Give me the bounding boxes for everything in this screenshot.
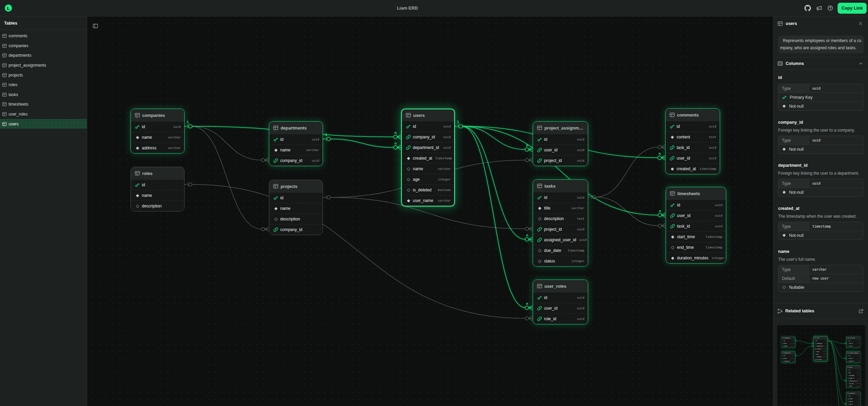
table-node-comments[interactable]: commentsiduuidcontenttexttask_iduuiduser… (665, 108, 720, 174)
sidebar-item-companies[interactable]: companies (0, 41, 87, 51)
table-node-project_assignments[interactable]: project_assignmentsiduuiduser_iduuidproj… (533, 121, 588, 166)
column-row-companies-address[interactable]: addressvarchar (781, 345, 795, 348)
column-row-departments-company_id[interactable]: company_iduuid (781, 360, 795, 363)
column-row-project_assignments-project_id[interactable]: project_iduuid (533, 155, 588, 166)
table-node-tasks[interactable]: tasksiduuidtitlevarchardescriptiontextpr… (533, 179, 588, 267)
column-row-departments-name[interactable]: namevarchar (781, 357, 795, 360)
column-row-users-age[interactable]: ageinteger (814, 353, 827, 355)
column-row-tasks-id[interactable]: iduuid (533, 192, 588, 203)
announcements-button[interactable] (814, 3, 824, 13)
table-description-field[interactable]: Represents employees or members of a com… (778, 36, 864, 53)
column-row-user_roles-user_id[interactable]: user_iduuid (846, 342, 860, 345)
column-row-project_assignments-id[interactable]: iduuid (533, 134, 588, 145)
column-row-comments-task_id[interactable]: task_iduuid (666, 142, 720, 153)
liam-logo[interactable]: Ł (5, 4, 12, 12)
column-row-project_assignments-user_id[interactable]: user_iduuid (846, 357, 860, 360)
column-row-timesheets-start_time[interactable]: start_timetimestamp (666, 231, 726, 242)
column-row-user_roles-id[interactable]: iduuid (533, 292, 588, 303)
close-panel-button[interactable] (856, 19, 865, 28)
table-node-departments[interactable]: departmentsiduuidnamevarcharcompany_iduu… (269, 121, 323, 166)
table-node-projects[interactable]: projectsidnamedescriptioncompany_id (269, 180, 323, 235)
github-button[interactable] (803, 3, 812, 13)
column-row-tasks-description[interactable]: descriptiontext (533, 213, 588, 224)
column-row-project_assignments-id[interactable]: iduuid (846, 354, 860, 357)
column-row-companies-name[interactable]: namevarchar (781, 342, 795, 345)
open-related-diagram-button[interactable] (857, 307, 865, 315)
table-node-user_roles[interactable]: user_rolesiduuiduser_iduuidrole_iduuid (846, 336, 860, 348)
column-row-users-is_deleted[interactable]: is_deletedboolean (814, 355, 827, 358)
column-row-users-id[interactable]: iduuid (814, 339, 827, 342)
column-row-comments-id[interactable]: iduuid (846, 395, 860, 397)
column-row-roles-id[interactable]: id (131, 179, 184, 190)
column-row-projects-name[interactable]: name (269, 203, 323, 214)
column-row-users-department_id[interactable]: department_iduuid (814, 345, 827, 348)
column-row-comments-user_id[interactable]: user_iduuid (666, 153, 720, 163)
column-row-tasks-status[interactable]: statusinteger (846, 385, 860, 388)
table-node-companies[interactable]: companiesiduuidnamevarcharaddressvarchar (131, 109, 185, 153)
column-row-users-user_name[interactable]: user_namevarchar (814, 358, 827, 361)
column-row-user_roles-role_id[interactable]: role_iduuid (533, 313, 588, 324)
column-row-departments-id[interactable]: iduuid (781, 354, 795, 357)
column-row-departments-company_id[interactable]: company_iduuid (269, 155, 323, 166)
column-row-users-name[interactable]: namevarchar (814, 350, 827, 353)
table-node-departments[interactable]: departmentsiduuidnamevarcharcompany_iduu… (781, 351, 795, 363)
sidebar-item-project_assignments[interactable]: project_assignments (0, 60, 87, 70)
column-row-tasks-title[interactable]: titlevarchar (533, 203, 588, 213)
table-node-users[interactable]: usersiduuidcompany_iduuiddepartment_iduu… (814, 336, 827, 361)
column-row-tasks-id[interactable]: iduuid (846, 369, 860, 371)
column-row-users-created_at[interactable]: created_attimestamp (402, 153, 454, 163)
column-row-users-created_at[interactable]: created_attimestamp (814, 348, 827, 350)
column-row-users-company_id[interactable]: company_iduuid (814, 342, 827, 345)
column-row-projects-description[interactable]: description (269, 214, 323, 224)
column-row-timesheets-end_time[interactable]: end_timetimestamp (666, 242, 726, 253)
column-row-tasks-due_date[interactable]: due_datetimestamp (533, 245, 588, 256)
column-row-users-age[interactable]: ageinteger (402, 174, 454, 185)
column-row-timesheets-task_id[interactable]: task_iduuid (666, 221, 726, 231)
sidebar-item-roles[interactable]: roles (0, 80, 87, 90)
column-row-tasks-status[interactable]: statusinteger (533, 256, 588, 266)
column-row-tasks-description[interactable]: descriptiontext (846, 374, 860, 377)
column-row-user_roles-user_id[interactable]: user_iduuid (533, 303, 588, 313)
column-row-user_roles-id[interactable]: iduuid (846, 339, 860, 342)
sidebar-item-user_roles[interactable]: user_roles (0, 109, 87, 119)
collapse-columns-button[interactable] (857, 60, 865, 67)
column-row-tasks-due_date[interactable]: due_datetimestamp (846, 382, 860, 385)
table-node-project_assignments[interactable]: project_assignmentsiduuiduser_iduuidproj… (846, 351, 860, 363)
column-row-tasks-assigned_user_id[interactable]: assigned_user_iduuid (533, 234, 588, 245)
sidebar-item-departments[interactable]: departments (0, 51, 87, 60)
column-row-departments-name[interactable]: namevarchar (269, 145, 323, 155)
column-row-tasks-assigned_user_id[interactable]: assigned_user_iduuid (846, 380, 860, 382)
sidebar-item-projects[interactable]: projects (0, 70, 87, 80)
table-node-tasks[interactable]: tasksiduuidtitlevarchardescriptiontextpr… (846, 366, 860, 388)
column-row-departments-id[interactable]: iduuid (269, 134, 323, 145)
column-row-tasks-project_id[interactable]: project_iduuid (846, 377, 860, 380)
help-button[interactable] (825, 3, 835, 13)
column-row-comments-id[interactable]: iduuid (666, 121, 720, 132)
column-row-timesheets-user_id[interactable]: user_iduuid (666, 210, 726, 221)
sidebar-item-timesheets[interactable]: timesheets (0, 99, 87, 109)
column-row-users-user_name[interactable]: user_namevarchar (402, 195, 454, 206)
column-row-companies-name[interactable]: namevarchar (131, 132, 184, 143)
column-row-users-company_id[interactable]: company_iduuid (402, 132, 454, 142)
erd-canvas[interactable]: nnnnnnn111 companiesiduuidnamevarcharadd… (87, 16, 773, 406)
sidebar-item-tasks[interactable]: tasks (0, 90, 87, 100)
column-row-timesheets-id[interactable]: iduuid (666, 200, 726, 210)
column-row-project_assignments-user_id[interactable]: user_iduuid (533, 145, 588, 155)
column-row-companies-id[interactable]: iduuid (781, 339, 795, 342)
table-node-timesheets[interactable]: timesheetsiduuiduser_iduuidtask_iduuidst… (666, 187, 726, 263)
column-row-comments-content[interactable]: contenttext (846, 397, 860, 400)
column-row-companies-address[interactable]: addressvarchar (131, 143, 184, 153)
table-node-comments[interactable]: commentsiduuidcontenttexttask_iduuiduser… (846, 392, 860, 406)
copy-link-button[interactable]: Copy Link (838, 3, 867, 14)
column-row-tasks-title[interactable]: titlevarchar (846, 371, 860, 374)
column-row-project_assignments-project_id[interactable]: project_iduuid (846, 360, 860, 363)
column-row-projects-id[interactable]: id (269, 192, 323, 203)
column-row-comments-task_id[interactable]: task_iduuid (846, 400, 860, 403)
toggle-sidebar-button[interactable] (91, 21, 100, 31)
related-tables-minimap[interactable]: nnnnnnn111 companiesiduuidnamevarcharadd… (777, 325, 865, 406)
column-row-users-department_id[interactable]: department_iduuid (402, 142, 454, 153)
column-row-comments-content[interactable]: contenttext (666, 132, 720, 142)
table-node-roles[interactable]: rolesidnamedescription (131, 167, 185, 212)
column-row-companies-id[interactable]: iduuid (131, 121, 184, 132)
sidebar-item-comments[interactable]: comments (0, 31, 87, 41)
